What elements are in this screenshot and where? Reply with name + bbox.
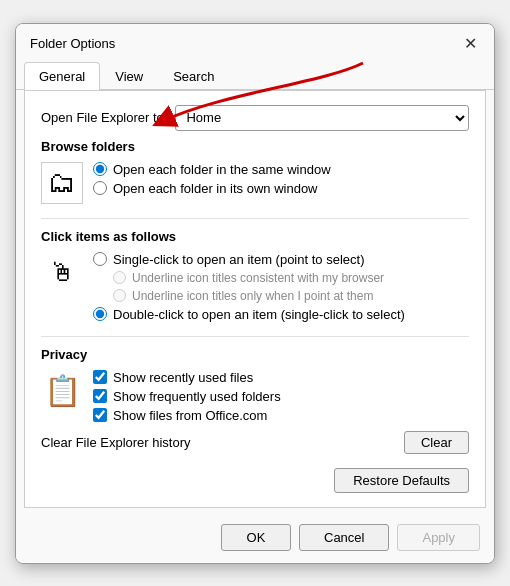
main-content: Open File Explorer to: Home This PC Quic… [24,90,486,508]
apply-button[interactable]: Apply [397,524,480,551]
double-click-label: Double-click to open an item (single-cli… [113,307,405,322]
browse-own-window-radio[interactable] [93,181,107,195]
show-recent-files-checkbox[interactable] [93,370,107,384]
privacy-title: Privacy [41,347,469,362]
cursor-icon: 🖱 [49,257,75,288]
privacy-icon: 📋 [44,373,81,408]
double-click-radio[interactable] [93,307,107,321]
browse-same-window-label: Open each folder in the same window [113,162,331,177]
divider-1 [41,218,469,219]
browse-own-window-label: Open each folder in its own window [113,181,318,196]
tab-general[interactable]: General [24,62,100,90]
browse-folders-content: 🗂 Open each folder in the same window Op… [41,162,469,204]
privacy-checkbox-group: Show recently used files Show frequently… [93,370,281,423]
browse-folders-section: Browse folders 🗂 Open each folder in the… [41,139,469,204]
show-recent-files-option[interactable]: Show recently used files [93,370,281,385]
divider-2 [41,336,469,337]
click-options-group: Single-click to open an item (point to s… [93,252,405,322]
clear-button[interactable]: Clear [404,431,469,454]
restore-defaults-row: Restore Defaults [41,468,469,493]
browse-folders-title: Browse folders [41,139,469,154]
double-click-option[interactable]: Double-click to open an item (single-cli… [93,307,405,322]
browse-same-window-radio[interactable] [93,162,107,176]
show-recent-files-label: Show recently used files [113,370,253,385]
show-frequent-folders-option[interactable]: Show frequently used folders [93,389,281,404]
show-frequent-folders-checkbox[interactable] [93,389,107,403]
underline-point-radio [113,289,126,302]
open-file-explorer-label: Open File Explorer to: [41,110,167,125]
cursor-icon-box: 🖱 [41,252,83,294]
open-file-explorer-row: Open File Explorer to: Home This PC Quic… [41,105,469,131]
browse-own-window-option[interactable]: Open each folder in its own window [93,181,331,196]
tab-search[interactable]: Search [158,62,229,90]
open-file-explorer-select[interactable]: Home This PC Quick Access [175,105,469,131]
browse-radio-group: Open each folder in the same window Open… [93,162,331,196]
show-frequent-folders-label: Show frequently used folders [113,389,281,404]
click-items-content: 🖱 Single-click to open an item (point to… [41,252,469,322]
show-office-files-label: Show files from Office.com [113,408,267,423]
privacy-content: 📋 Show recently used files Show frequent… [41,370,469,423]
privacy-section: Privacy 📋 Show recently used files Show … [41,347,469,454]
single-click-label: Single-click to open an item (point to s… [113,252,364,267]
dialog-title: Folder Options [30,36,115,51]
click-items-section: Click items as follows 🖱 Single-click to… [41,229,469,322]
clear-history-row: Clear File Explorer history Clear [41,431,469,454]
show-office-files-checkbox[interactable] [93,408,107,422]
browse-same-window-option[interactable]: Open each folder in the same window [93,162,331,177]
privacy-icon-box: 📋 [41,370,83,412]
single-click-option[interactable]: Single-click to open an item (point to s… [93,252,405,267]
folder-icon: 🗂 [48,166,76,199]
underline-browser-radio [113,271,126,284]
underline-point-row: Underline icon titles only when I point … [113,289,405,303]
dialog-footer: OK Cancel Apply [16,516,494,563]
tab-view[interactable]: View [100,62,158,90]
underline-browser-row: Underline icon titles consistent with my… [113,271,405,285]
tab-bar: General View Search [16,62,494,90]
restore-defaults-button[interactable]: Restore Defaults [334,468,469,493]
underline-point-label: Underline icon titles only when I point … [132,289,373,303]
single-click-radio[interactable] [93,252,107,266]
clear-history-label: Clear File Explorer history [41,435,191,450]
ok-button[interactable]: OK [221,524,291,551]
close-button[interactable]: ✕ [458,32,482,56]
show-office-files-option[interactable]: Show files from Office.com [93,408,281,423]
underline-browser-label: Underline icon titles consistent with my… [132,271,384,285]
cancel-button[interactable]: Cancel [299,524,389,551]
click-items-title: Click items as follows [41,229,469,244]
folder-icon-box: 🗂 [41,162,83,204]
